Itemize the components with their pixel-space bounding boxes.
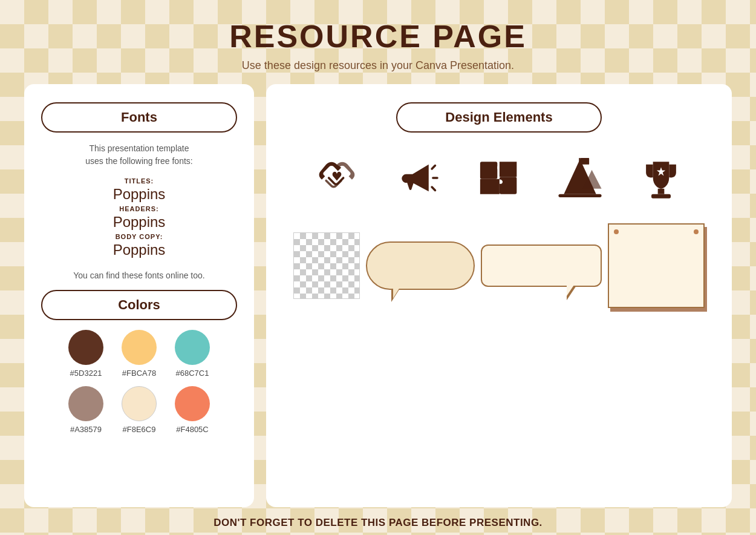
color-swatch-6 <box>175 386 210 421</box>
icons-row <box>284 151 714 205</box>
content-row: Fonts This presentation template uses th… <box>24 84 732 507</box>
colors-row-2: #A38579 #F8E6C9 #F4805C <box>68 386 210 434</box>
megaphone-icon <box>385 151 451 205</box>
page-wrapper: RESOURCE PAGE Use these design resources… <box>0 0 756 535</box>
color-item-1: #5D3221 <box>68 330 103 378</box>
svg-rect-10 <box>658 189 665 194</box>
color-item-3: #68C7C1 <box>175 330 210 378</box>
color-hex-5: #F8E6C9 <box>123 425 156 434</box>
color-swatch-1 <box>68 330 103 365</box>
fonts-section-header: Fonts <box>41 102 237 133</box>
colors-row-1: #5D3221 #FBCA78 #68C7C1 <box>68 330 210 378</box>
color-item-6: #F4805C <box>175 386 210 434</box>
svg-rect-9 <box>558 194 601 197</box>
checkerboard-placeholder <box>293 232 360 299</box>
mountain-flag-icon <box>547 151 613 205</box>
color-item-5: #F8E6C9 <box>122 386 157 434</box>
font-entries: TITLES: Poppins HEADERS: Poppins BODY CO… <box>41 177 237 261</box>
puzzle-icon <box>466 151 532 205</box>
color-swatch-5 <box>122 386 157 421</box>
headers-font-entry: HEADERS: Poppins <box>41 205 237 231</box>
page-subtitle: Use these design resources in your Canva… <box>229 59 527 72</box>
svg-rect-7 <box>579 158 581 170</box>
page-title: RESOURCE PAGE <box>229 18 527 54</box>
handshake-icon <box>304 151 370 205</box>
titles-font-entry: TITLES: Poppins <box>41 177 237 203</box>
color-item-4: #A38579 <box>68 386 103 434</box>
svg-rect-3 <box>480 162 497 179</box>
color-item-2: #FBCA78 <box>122 330 157 378</box>
color-hex-6: #F4805C <box>176 425 208 434</box>
color-hex-2: #FBCA78 <box>122 369 156 378</box>
sticky-note <box>608 223 705 308</box>
fonts-description: This presentation template uses the foll… <box>41 142 237 168</box>
bottom-notice: DON'T FORGET TO DELETE THIS PAGE BEFORE … <box>24 507 732 535</box>
design-elements-header: Design Elements <box>284 102 714 133</box>
color-hex-3: #68C7C1 <box>176 369 209 378</box>
fonts-footer: You can find these fonts online too. <box>41 271 237 280</box>
left-panel: Fonts This presentation template uses th… <box>24 84 254 507</box>
svg-rect-8 <box>581 158 589 165</box>
color-swatch-2 <box>122 330 157 365</box>
color-hex-4: #A38579 <box>70 425 102 434</box>
colors-grid: #5D3221 #FBCA78 #68C7C1 #A38579 <box>41 330 237 434</box>
rect-speech-bubble <box>481 245 602 287</box>
color-swatch-3 <box>175 330 210 365</box>
header: RESOURCE PAGE Use these design resources… <box>229 18 527 72</box>
svg-rect-11 <box>651 194 671 199</box>
colors-section-header: Colors <box>41 290 237 320</box>
right-panel: Design Elements <box>266 84 732 507</box>
trophy-icon <box>628 151 694 205</box>
design-elements-title: Design Elements <box>396 102 602 133</box>
oval-speech-bubble <box>366 241 475 290</box>
svg-rect-4 <box>500 177 516 194</box>
svg-line-2 <box>432 187 435 190</box>
color-hex-1: #5D3221 <box>70 369 102 378</box>
svg-line-0 <box>432 166 435 169</box>
color-swatch-4 <box>68 386 103 421</box>
elements-row <box>284 223 714 308</box>
body-font-entry: BODY COPY: Poppins <box>41 233 237 258</box>
